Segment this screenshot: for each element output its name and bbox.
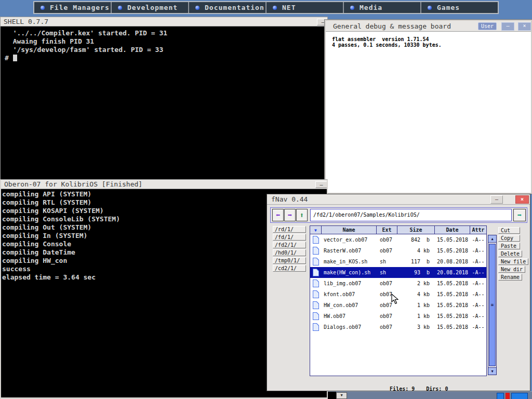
up-button[interactable]: ⬆	[296, 209, 308, 221]
file-date: 15.05.2018	[435, 324, 470, 330]
scroll-down-button[interactable]: ▼	[488, 367, 496, 375]
close-icon: ×	[523, 23, 526, 29]
menu-item-games[interactable]: Games	[421, 2, 498, 13]
file-icon	[310, 323, 322, 331]
file-size: 842 b	[397, 237, 435, 243]
file-attr: -A--	[470, 302, 486, 308]
minimize-icon: –	[320, 182, 323, 188]
file-list-scrollbar[interactable]: ▲ ≡ ▼	[488, 235, 497, 375]
scroll-up-button[interactable]: ▲	[488, 235, 496, 243]
paste-button[interactable]: Paste	[498, 243, 520, 249]
prompt-symbol: #	[5, 54, 9, 62]
file-date: 15.05.2018	[435, 302, 470, 308]
file-row-selected[interactable]: make(HW_con).sh sh 93 b 20.08.2018 -A--	[310, 267, 486, 278]
menu-bullet-icon	[195, 6, 200, 10]
drive-button-rd[interactable]: /rd/1/	[273, 226, 306, 233]
file-icon	[310, 247, 322, 255]
arrow-up-icon: ⬆	[300, 211, 304, 219]
arrow-right-icon: ➡	[288, 211, 292, 219]
user-button[interactable]: User	[478, 22, 497, 30]
file-row[interactable]: RasterW.ob07 ob07 4 kb 15.05.2018 -A--	[310, 245, 486, 256]
drive-button-tmp0[interactable]: /tmp0/1/	[273, 257, 306, 264]
menu-item-net[interactable]: NET	[267, 2, 344, 13]
new-file-button[interactable]: New file	[498, 258, 528, 265]
shell-titlebar[interactable]: SHELL 0.7.7 –	[1, 17, 327, 26]
debug-log-output: flat assembler version 1.71.54 4 passes,…	[326, 32, 531, 48]
minimize-button[interactable]: –	[501, 22, 514, 31]
minimize-icon: –	[506, 23, 509, 29]
menu-item-documentation[interactable]: Documentation	[189, 2, 267, 13]
menu-item-label: Games	[437, 4, 460, 11]
file-row[interactable]: vector_ex.ob07 ob07 842 b 15.05.2018 -A-…	[310, 234, 486, 245]
file-date: 15.05.2018	[435, 291, 470, 297]
menu-item-file-managers[interactable]: File Managers	[34, 2, 112, 13]
minimize-button[interactable]: –	[315, 181, 327, 188]
column-header-date[interactable]: Date	[435, 226, 470, 234]
menu-item-development[interactable]: Development	[112, 2, 189, 13]
taskbar-dropdown-button[interactable]: ▼	[336, 392, 347, 399]
menu-item-media[interactable]: Media	[344, 2, 421, 13]
scrollbar-thumb[interactable]: ≡	[489, 244, 496, 366]
arrow-left-icon: ⬅	[276, 211, 280, 219]
status-led-icon	[506, 393, 510, 399]
taskbar-clock[interactable]	[511, 393, 528, 399]
oberon-titlebar[interactable]: Oberon-07 for KolibriOS [Finished] –	[1, 180, 327, 189]
column-header-name[interactable]: Name	[322, 226, 377, 234]
new-dir-button[interactable]: New dir	[498, 266, 525, 273]
column-header-ext[interactable]: Ext	[377, 226, 397, 234]
drive-button-cd2[interactable]: /cd2/1/	[273, 265, 306, 272]
drive-button-hd0[interactable]: /hd0/1/	[273, 249, 306, 256]
file-attr: -A--	[470, 259, 486, 264]
file-icon	[310, 312, 322, 320]
file-date: 15.05.2018	[435, 248, 470, 254]
rename-button[interactable]: Rename	[498, 274, 522, 281]
file-row[interactable]: lib_img.ob07 ob07 2 kb 15.05.2018 -A--	[310, 278, 486, 289]
file-size: 4 kb	[397, 291, 435, 297]
close-button[interactable]: ×	[518, 22, 531, 31]
desktop-menu-bar: File Managers Development Documentation …	[33, 1, 499, 14]
menu-bullet-icon	[350, 6, 354, 10]
file-row[interactable]: Dialogs.ob07 ob07 3 kb 15.05.2018 -A--	[310, 322, 486, 332]
go-button[interactable]: ➡	[513, 209, 526, 221]
copy-button[interactable]: Copy	[498, 235, 520, 242]
sort-header-cell[interactable]: ▼	[310, 226, 322, 234]
drive-list: /rd/1/ /fd/1/ /fd2/1/ /hd0/1/ /tmp0/1/ /…	[273, 226, 306, 273]
dirs-count: Dirs: 0	[426, 386, 448, 392]
column-header-size[interactable]: Size	[397, 226, 435, 234]
file-icon	[310, 236, 322, 244]
shell-window: SHELL 0.7.7 – '../../Compiler.kex' start…	[0, 17, 328, 180]
close-button[interactable]: ×	[515, 195, 529, 204]
file-row[interactable]: make_in_KOS.sh sh 117 b 20.08.2018 -A--	[310, 256, 486, 267]
minimize-button[interactable]: –	[490, 195, 503, 204]
menu-bullet-icon	[428, 6, 432, 10]
column-header-attr[interactable]: Attr	[470, 226, 486, 234]
close-icon: ×	[521, 196, 524, 202]
file-date: 20.08.2018	[435, 270, 470, 275]
file-ext: ob07	[377, 237, 397, 243]
file-date: 15.05.2018	[435, 313, 470, 319]
back-button[interactable]: ⬅	[272, 209, 284, 221]
drive-button-fd2[interactable]: /fd2/1/	[273, 242, 306, 248]
file-attr: -A--	[470, 313, 486, 319]
fnav-titlebar[interactable]: fNav 0.44 – ×	[267, 194, 530, 205]
user-button-label: User	[481, 23, 494, 29]
file-ext: sh	[377, 270, 397, 275]
path-input[interactable]: /fd2/1/oberon07/Samples/KolibriOS/	[310, 209, 512, 221]
file-size: 117 b	[397, 259, 435, 264]
cut-button[interactable]: Cut	[498, 227, 520, 234]
fnav-toolbar: ⬅ ➡ ⬆ /fd2/1/oberon07/Samples/KolibriOS/…	[270, 207, 527, 223]
grip-icon: ≡	[491, 302, 494, 308]
drive-button-fd[interactable]: /fd/1/	[273, 234, 306, 241]
language-indicator[interactable]	[497, 393, 504, 399]
file-ext: ob07	[377, 313, 397, 319]
terminal-line: '/sys/develop/fasm' started. PID = 33	[1, 46, 327, 54]
forward-button[interactable]: ➡	[284, 209, 296, 221]
delete-button[interactable]: Delete	[498, 250, 522, 257]
menu-item-label: NET	[282, 4, 296, 11]
file-list-header: ▼ Name Ext Size Date Attr	[310, 226, 486, 234]
file-size: 93 b	[397, 270, 435, 275]
file-attr: -A--	[470, 324, 486, 330]
debug-titlebar[interactable]: General debug & message board User – ×	[326, 21, 531, 32]
file-row[interactable]: HW.ob07 ob07 1 kb 15.05.2018 -A--	[310, 311, 486, 322]
file-icon	[310, 269, 322, 276]
